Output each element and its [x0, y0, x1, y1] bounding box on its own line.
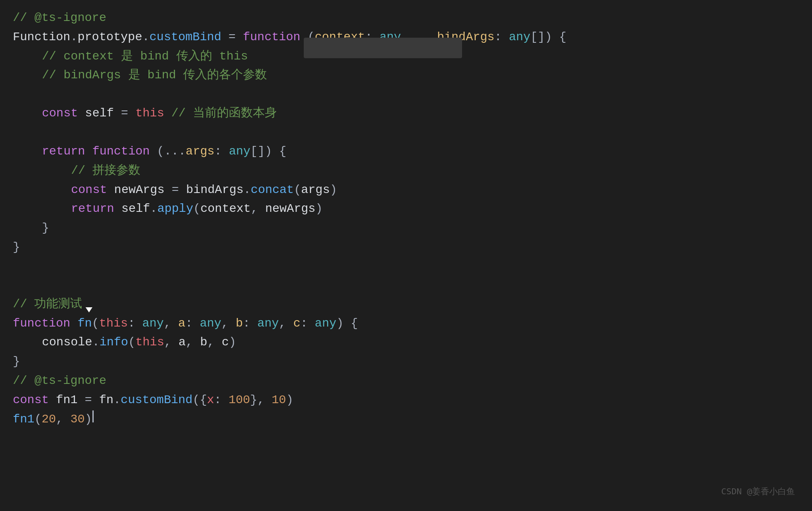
- code-line-5: [13, 85, 799, 104]
- code-token: =: [77, 391, 99, 410]
- code-token: concat: [251, 181, 294, 200]
- code-token: }: [250, 391, 258, 410]
- code-token: [78, 104, 85, 123]
- comment-bindargs: // bindArgs 是 bind 传入的各个参数: [42, 66, 267, 85]
- code-token: args: [301, 181, 330, 200]
- code-token: const: [71, 181, 107, 200]
- code-token: ,: [186, 333, 200, 352]
- code-token: context: [201, 199, 251, 219]
- text-cursor: [92, 410, 94, 422]
- code-token: // 当前的函数本身: [172, 104, 277, 123]
- code-token: []: [250, 142, 265, 161]
- code-token: {: [200, 391, 207, 410]
- code-token: function: [13, 314, 70, 333]
- code-token: args: [186, 142, 214, 161]
- code-token: :: [185, 314, 200, 333]
- code-token: fn: [77, 314, 92, 333]
- code-line-17: function fn(this: any, a: any, b: any, c…: [13, 314, 799, 333]
- code-token: :: [214, 142, 229, 161]
- code-token: .: [243, 181, 251, 200]
- code-token: =: [164, 181, 186, 200]
- code-token: .: [142, 28, 149, 47]
- watermark: CSDN @姜香小白鱼: [721, 484, 795, 498]
- code-token: [164, 104, 172, 123]
- code-token: ): [85, 410, 92, 429]
- code-token: c: [222, 333, 229, 352]
- code-token: [107, 181, 114, 200]
- code-token: c: [293, 314, 300, 333]
- comment-ts-ignore-1: // @ts-ignore: [13, 9, 106, 28]
- code-token: prototype: [77, 28, 142, 47]
- tooltip-overlay: [304, 38, 462, 58]
- code-token: .: [113, 391, 121, 410]
- code-token: :: [495, 28, 509, 47]
- comment-context: // context 是 bind 传入的 this: [42, 47, 248, 66]
- code-token: customBind: [149, 28, 221, 47]
- code-token: .: [70, 28, 77, 47]
- code-token: [114, 199, 122, 219]
- code-line-7: [13, 123, 799, 142]
- code-line-1: // @ts-ignore: [13, 9, 799, 28]
- code-line-20: // @ts-ignore: [13, 371, 799, 391]
- code-line-19: }: [13, 352, 799, 371]
- code-token: any: [509, 28, 530, 47]
- code-token: apply: [157, 199, 193, 219]
- code-token: 100: [228, 391, 250, 410]
- code-token: (: [92, 314, 99, 333]
- code-editor: // @ts-ignore Function.prototype.customB…: [0, 0, 812, 437]
- code-line-14: [13, 257, 799, 276]
- comment-concat: // 拼接参数: [71, 161, 140, 181]
- code-token: x: [207, 391, 214, 410]
- code-token: fn1: [56, 391, 77, 410]
- code-token: bindArgs: [186, 181, 243, 200]
- code-line-8: return function (...args: any[]) {: [13, 142, 799, 161]
- code-line-4: // bindArgs 是 bind 传入的各个参数: [13, 66, 799, 85]
- code-token: fn1: [13, 410, 34, 429]
- code-token: }: [13, 352, 20, 371]
- code-token: :: [243, 314, 258, 333]
- code-line-15: [13, 276, 799, 295]
- code-token: =: [221, 28, 243, 47]
- code-token: Function: [13, 28, 70, 47]
- code-token: this: [135, 333, 164, 352]
- code-token: ) {: [265, 142, 286, 161]
- code-token: .: [150, 199, 157, 219]
- code-line-18: console.info(this, a, b, c): [13, 333, 799, 352]
- code-token: any: [257, 314, 279, 333]
- code-token: (: [294, 181, 301, 200]
- code-token: any: [142, 314, 163, 333]
- code-line-9: // 拼接参数: [13, 161, 799, 181]
- code-token: a: [178, 333, 186, 352]
- comment-feature-test: // 功能测试: [13, 295, 82, 314]
- code-line-11: return self.apply(context, newArgs): [13, 199, 799, 219]
- code-token: ,: [164, 314, 178, 333]
- code-token: .: [92, 333, 100, 352]
- code-line-12: }: [13, 219, 799, 238]
- code-token: const: [13, 391, 49, 410]
- code-token: return: [71, 199, 114, 219]
- code-token: any: [229, 142, 250, 161]
- code-token: function: [92, 142, 150, 161]
- code-line-6: const self = this // 当前的函数本身: [13, 104, 799, 123]
- code-token: info: [99, 333, 128, 352]
- code-line-22: fn1(20, 30): [13, 410, 799, 429]
- code-token: b: [236, 314, 243, 333]
- code-token: 10: [272, 391, 286, 410]
- code-token: newArgs: [265, 199, 316, 219]
- code-token: }: [13, 238, 20, 257]
- code-token: 30: [70, 410, 85, 429]
- code-token: a: [178, 314, 186, 333]
- code-token: (...: [150, 142, 186, 161]
- code-token: ): [330, 181, 337, 200]
- code-line-13: }: [13, 238, 799, 257]
- code-token: [49, 391, 56, 410]
- mouse-pointer: [86, 307, 92, 312]
- code-token: :: [214, 391, 229, 410]
- code-token: ): [229, 333, 236, 352]
- code-line-21: const fn1 = fn.customBind({x: 100}, 10): [13, 391, 799, 410]
- code-token: ) {: [336, 314, 358, 333]
- code-token: ,: [164, 333, 179, 352]
- code-token: b: [200, 333, 207, 352]
- code-token: ,: [207, 333, 222, 352]
- code-token: const: [42, 104, 78, 123]
